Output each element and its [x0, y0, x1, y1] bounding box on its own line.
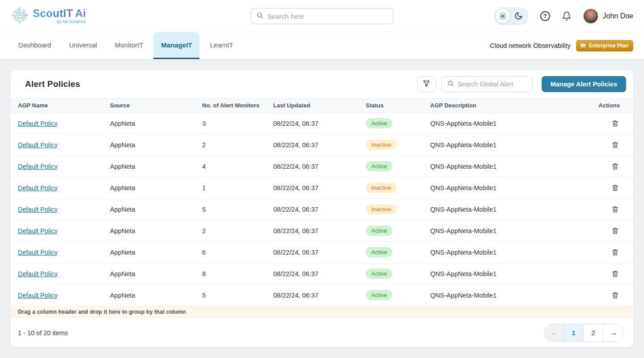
next-page-arrow-icon[interactable]: → [603, 324, 623, 341]
monitors-cell: 2 [202, 227, 273, 234]
policy-link[interactable]: Default Policy [18, 163, 58, 170]
notifications-bell-icon[interactable] [562, 11, 572, 21]
policy-link[interactable]: Default Policy [18, 227, 58, 234]
prev-page-arrow-icon[interactable]: ← [544, 324, 564, 341]
actions-cell [583, 183, 626, 192]
delete-button[interactable] [610, 205, 620, 214]
manage-alert-policies-button[interactable]: Manage Alert Policies [542, 76, 626, 92]
delete-button[interactable] [610, 290, 620, 300]
column-header-actions: Actions [583, 102, 626, 109]
tab-manageit[interactable]: ManageIT [153, 32, 199, 59]
delete-button[interactable] [610, 226, 620, 235]
status-badge: Active [366, 247, 392, 257]
description-cell: QNS-AppNeta-Mobile1 [430, 206, 583, 213]
delete-button[interactable] [610, 183, 620, 192]
table-row: Default Policy AppNeta 2 08/22/24, 06:37… [11, 134, 633, 156]
column-header-source[interactable]: Source [110, 102, 202, 109]
status-cell: Active [366, 290, 430, 300]
agp-name-cell: Default Policy [18, 163, 110, 170]
status-cell: Active [366, 226, 430, 236]
monitors-cell: 3 [202, 120, 273, 127]
nav-right-cluster: Cloud network Observability Enterprise P… [490, 32, 633, 59]
policy-link[interactable]: Default Policy [18, 120, 58, 127]
policy-link[interactable]: Default Policy [18, 270, 58, 277]
status-badge: Active [366, 118, 392, 128]
updated-cell: 08/22/24, 06:37 [273, 120, 366, 127]
alert-search-input[interactable] [458, 81, 527, 88]
actions-cell [583, 226, 626, 235]
delete-button[interactable] [610, 140, 620, 149]
delete-button[interactable] [610, 269, 620, 278]
status-badge: Active [366, 268, 392, 279]
policy-link[interactable]: Default Policy [18, 292, 58, 299]
tab-universal[interactable]: Universal [61, 32, 105, 59]
delete-button[interactable] [610, 119, 620, 128]
monitors-cell: 6 [202, 249, 273, 256]
updated-cell: 08/22/24, 06:37 [273, 184, 366, 192]
source-cell: AppNeta [110, 270, 202, 277]
description-cell: QNS-AppNeta-Mobile1 [430, 249, 583, 256]
column-header-monitors[interactable]: No. of Alert Monitors [202, 102, 273, 109]
page-title: Alert Policies [18, 79, 80, 89]
logo-tagline: by A&I Solutions [57, 20, 86, 24]
top-right-cluster: ? John Doe [494, 7, 634, 25]
status-badge: Active [366, 290, 392, 300]
policy-link[interactable]: Default Policy [18, 206, 58, 213]
policy-link[interactable]: Default Policy [18, 141, 58, 149]
description-cell: QNS-AppNeta-Mobile1 [430, 292, 583, 299]
tab-learnit[interactable]: LearnIT [202, 32, 241, 59]
column-header-description[interactable]: AGP Description [430, 102, 583, 109]
alert-search [441, 76, 533, 92]
avatar[interactable] [583, 9, 598, 24]
agp-name-cell: Default Policy [18, 249, 110, 256]
actions-cell [583, 140, 626, 149]
description-cell: QNS-AppNeta-Mobile1 [430, 227, 583, 234]
description-cell: QNS-AppNeta-Mobile1 [430, 184, 583, 192]
delete-button[interactable] [610, 162, 620, 171]
updated-cell: 08/22/24, 06:37 [273, 206, 366, 213]
drag-hint-text: Drag a column header and drop it here to… [18, 309, 186, 315]
help-icon[interactable]: ? [540, 11, 550, 21]
app-logo[interactable]: ScoutIT Ai by A&I Solutions [11, 6, 86, 26]
table-row: Default Policy AppNeta 5 08/22/24, 06:37… [11, 199, 633, 220]
status-cell: Inactive [366, 204, 430, 214]
source-cell: AppNeta [110, 249, 202, 256]
column-header-last-updated[interactable]: Last Updated [273, 102, 366, 109]
updated-cell: 08/22/24, 06:37 [273, 292, 366, 299]
source-cell: AppNeta [110, 206, 202, 213]
agp-name-cell: Default Policy [18, 206, 110, 213]
global-search-input[interactable] [267, 13, 388, 20]
crown-icon [580, 42, 586, 49]
status-cell: Active [366, 118, 430, 128]
source-cell: AppNeta [110, 120, 202, 127]
group-drop-zone[interactable]: Drag a column header and drop it here to… [11, 306, 633, 318]
status-cell: Active [366, 161, 430, 171]
monitors-cell: 5 [202, 206, 273, 213]
page-button-1[interactable]: 1 [564, 324, 584, 341]
agp-name-cell: Default Policy [18, 120, 110, 127]
policy-link[interactable]: Default Policy [18, 184, 58, 192]
main-content: Alert Policies Manage Alert Policies [0, 60, 644, 358]
tab-monitorit[interactable]: MonitorIT [107, 32, 151, 59]
page-button-2[interactable]: 2 [584, 324, 603, 341]
pagination-summary: 1 - 10 of 20 items [18, 329, 68, 337]
theme-toggle[interactable] [494, 7, 529, 25]
light-mode-sun-icon[interactable] [496, 9, 510, 23]
column-header-status[interactable]: Status [366, 102, 430, 109]
policy-link[interactable]: Default Policy [18, 249, 58, 256]
card-footer: 1 - 10 of 20 items ← 1 2 → [11, 318, 633, 347]
tab-dashboard[interactable]: Dashboard [11, 32, 59, 59]
column-header-agp-name[interactable]: AGP Name [18, 102, 110, 109]
updated-cell: 08/22/24, 06:37 [273, 249, 366, 256]
plan-badge[interactable]: Enterprise Plan [576, 40, 633, 51]
description-cell: QNS-AppNeta-Mobile1 [430, 270, 583, 277]
agp-name-cell: Default Policy [18, 292, 110, 299]
updated-cell: 08/22/24, 06:37 [273, 270, 366, 277]
actions-cell [583, 119, 626, 128]
filter-button[interactable] [417, 76, 436, 92]
dark-mode-moon-icon[interactable] [513, 12, 524, 20]
user-menu[interactable]: John Doe [583, 9, 634, 24]
delete-button[interactable] [610, 247, 620, 257]
table-row: Default Policy AppNeta 3 08/22/24, 06:37… [11, 113, 633, 134]
nav-tabs: Dashboard Universal MonitorIT ManageIT L… [11, 32, 241, 59]
